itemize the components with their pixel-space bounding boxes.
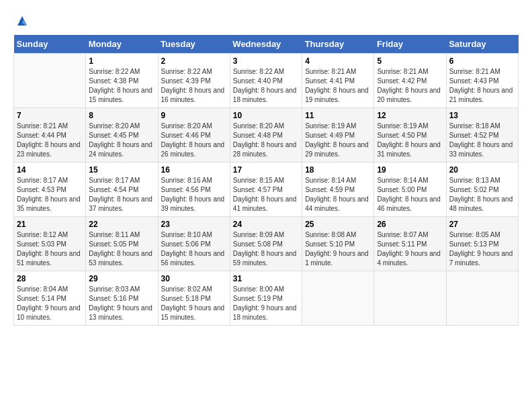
header-day-wednesday: Wednesday (230, 35, 302, 54)
calendar-cell: 12 Sunrise: 8:19 AM Sunset: 4:50 PM Dayl… (374, 108, 446, 163)
sunset: Sunset: 4:52 PM (449, 132, 499, 139)
sunrise: Sunrise: 8:21 AM (305, 68, 356, 75)
header-day-tuesday: Tuesday (158, 35, 230, 54)
sunset: Sunset: 5:11 PM (377, 240, 427, 248)
week-row-3: 14 Sunrise: 8:17 AM Sunset: 4:53 PM Dayl… (14, 163, 519, 217)
daylight: Daylight: 9 hours and 15 minutes. (161, 304, 225, 321)
daylight: Daylight: 8 hours and 53 minutes. (89, 250, 152, 267)
day-info: Sunrise: 8:08 AM Sunset: 5:10 PM Dayligh… (305, 230, 371, 268)
sunrise: Sunrise: 8:20 AM (161, 122, 212, 130)
sunrise: Sunrise: 8:04 AM (17, 285, 68, 293)
sunrise: Sunrise: 8:14 AM (377, 177, 428, 184)
day-info: Sunrise: 8:21 AM Sunset: 4:41 PM Dayligh… (305, 67, 371, 105)
daylight: Daylight: 8 hours and 59 minutes. (233, 250, 297, 267)
day-number: 4 (305, 56, 371, 66)
header-row: SundayMondayTuesdayWednesdayThursdayFrid… (14, 35, 519, 54)
calendar-cell: 14 Sunrise: 8:17 AM Sunset: 4:53 PM Dayl… (14, 163, 86, 217)
daylight: Daylight: 8 hours and 26 minutes. (161, 141, 225, 158)
calendar-header: SundayMondayTuesdayWednesdayThursdayFrid… (14, 35, 519, 54)
logo-text (13, 13, 31, 28)
sunrise: Sunrise: 8:22 AM (89, 68, 140, 75)
day-number: 10 (233, 111, 299, 120)
calendar-cell: 1 Sunrise: 8:22 AM Sunset: 4:38 PM Dayli… (86, 54, 158, 108)
day-info: Sunrise: 8:20 AM Sunset: 4:46 PM Dayligh… (161, 122, 227, 159)
day-number: 28 (17, 274, 83, 283)
day-info: Sunrise: 8:03 AM Sunset: 5:16 PM Dayligh… (89, 285, 154, 322)
calendar-cell: 16 Sunrise: 8:16 AM Sunset: 4:56 PM Dayl… (158, 163, 230, 217)
daylight: Daylight: 8 hours and 16 minutes. (161, 87, 225, 103)
header-day-friday: Friday (374, 35, 446, 54)
sunset: Sunset: 4:42 PM (377, 77, 427, 85)
day-number: 2 (161, 56, 227, 66)
sunrise: Sunrise: 8:21 AM (449, 68, 500, 75)
sunset: Sunset: 4:38 PM (89, 77, 138, 85)
day-info: Sunrise: 8:05 AM Sunset: 5:13 PM Dayligh… (449, 230, 515, 268)
sunset: Sunset: 4:59 PM (305, 186, 355, 193)
sunset: Sunset: 4:39 PM (161, 77, 211, 85)
day-number: 3 (233, 56, 299, 66)
day-info: Sunrise: 8:14 AM Sunset: 4:59 PM Dayligh… (305, 176, 371, 214)
daylight: Daylight: 8 hours and 31 minutes. (377, 141, 441, 158)
calendar-cell: 5 Sunrise: 8:21 AM Sunset: 4:42 PM Dayli… (374, 54, 446, 108)
sunrise: Sunrise: 8:22 AM (161, 68, 212, 75)
sunset: Sunset: 5:00 PM (377, 186, 427, 193)
daylight: Daylight: 8 hours and 15 minutes. (89, 87, 152, 103)
day-number: 8 (89, 111, 154, 120)
calendar-cell (14, 54, 86, 108)
day-number: 15 (89, 165, 154, 175)
sunset: Sunset: 5:10 PM (305, 240, 355, 248)
week-row-2: 7 Sunrise: 8:21 AM Sunset: 4:44 PM Dayli… (14, 108, 519, 163)
calendar-cell (374, 271, 446, 326)
day-info: Sunrise: 8:10 AM Sunset: 5:06 PM Dayligh… (161, 230, 227, 268)
sunrise: Sunrise: 8:10 AM (161, 231, 212, 238)
header-day-thursday: Thursday (302, 35, 374, 54)
sunset: Sunset: 4:50 PM (377, 132, 427, 139)
day-info: Sunrise: 8:09 AM Sunset: 5:08 PM Dayligh… (233, 230, 299, 268)
day-number: 22 (89, 220, 154, 229)
daylight: Daylight: 8 hours and 33 minutes. (449, 141, 513, 158)
day-info: Sunrise: 8:20 AM Sunset: 4:48 PM Dayligh… (233, 122, 299, 159)
day-number: 27 (449, 220, 515, 229)
calendar-table: SundayMondayTuesdayWednesdayThursdayFrid… (13, 35, 519, 326)
calendar-cell: 11 Sunrise: 8:19 AM Sunset: 4:49 PM Dayl… (302, 108, 374, 163)
daylight: Daylight: 8 hours and 18 minutes. (233, 87, 297, 103)
daylight: Daylight: 9 hours and 13 minutes. (89, 304, 152, 321)
sunset: Sunset: 5:02 PM (449, 186, 499, 193)
sunset: Sunset: 5:16 PM (89, 295, 138, 302)
sunrise: Sunrise: 8:07 AM (377, 231, 428, 238)
day-number: 6 (449, 56, 515, 66)
sunset: Sunset: 4:54 PM (89, 186, 138, 193)
sunrise: Sunrise: 8:19 AM (305, 122, 356, 130)
sunrise: Sunrise: 8:09 AM (233, 231, 284, 238)
day-number: 5 (377, 56, 443, 66)
daylight: Daylight: 8 hours and 20 minutes. (377, 87, 441, 103)
daylight: Daylight: 8 hours and 39 minutes. (161, 195, 225, 212)
sunset: Sunset: 5:05 PM (89, 240, 138, 248)
day-info: Sunrise: 8:15 AM Sunset: 4:57 PM Dayligh… (233, 176, 299, 214)
calendar-cell: 8 Sunrise: 8:20 AM Sunset: 4:45 PM Dayli… (86, 108, 158, 163)
day-info: Sunrise: 8:14 AM Sunset: 5:00 PM Dayligh… (377, 176, 443, 214)
daylight: Daylight: 9 hours and 7 minutes. (449, 250, 513, 267)
calendar-cell: 4 Sunrise: 8:21 AM Sunset: 4:41 PM Dayli… (302, 54, 374, 108)
calendar-cell: 25 Sunrise: 8:08 AM Sunset: 5:10 PM Dayl… (302, 217, 374, 271)
daylight: Daylight: 8 hours and 21 minutes. (449, 87, 513, 103)
day-info: Sunrise: 8:21 AM Sunset: 4:42 PM Dayligh… (377, 67, 443, 105)
day-info: Sunrise: 8:16 AM Sunset: 4:56 PM Dayligh… (161, 176, 227, 214)
sunrise: Sunrise: 8:17 AM (17, 177, 68, 184)
calendar-cell: 29 Sunrise: 8:03 AM Sunset: 5:16 PM Dayl… (86, 271, 158, 326)
day-info: Sunrise: 8:07 AM Sunset: 5:11 PM Dayligh… (377, 230, 443, 268)
week-row-5: 28 Sunrise: 8:04 AM Sunset: 5:14 PM Dayl… (14, 271, 519, 326)
daylight: Daylight: 8 hours and 28 minutes. (233, 141, 297, 158)
day-info: Sunrise: 8:18 AM Sunset: 4:52 PM Dayligh… (449, 122, 515, 159)
sunrise: Sunrise: 8:20 AM (89, 122, 140, 130)
day-number: 31 (233, 274, 299, 283)
day-info: Sunrise: 8:22 AM Sunset: 4:40 PM Dayligh… (233, 67, 299, 105)
sunrise: Sunrise: 8:15 AM (233, 177, 284, 184)
day-number: 21 (17, 220, 83, 229)
day-info: Sunrise: 8:11 AM Sunset: 5:05 PM Dayligh… (89, 230, 154, 268)
day-number: 14 (17, 165, 83, 175)
sunset: Sunset: 5:08 PM (233, 240, 283, 248)
day-number: 17 (233, 165, 299, 175)
sunrise: Sunrise: 8:21 AM (17, 122, 68, 130)
sunrise: Sunrise: 8:17 AM (89, 177, 140, 184)
